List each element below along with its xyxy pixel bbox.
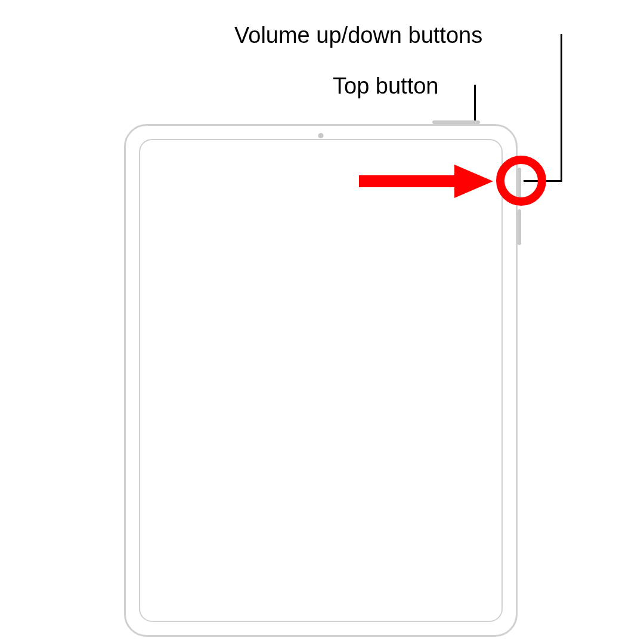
arrow-icon xyxy=(353,157,496,205)
highlight-circle xyxy=(496,156,546,206)
volume-leader-vertical xyxy=(561,34,562,182)
svg-rect-0 xyxy=(359,175,457,187)
top-button-label: Top button xyxy=(333,73,438,99)
camera-icon xyxy=(318,133,324,138)
volume-buttons-label: Volume up/down buttons xyxy=(234,23,482,48)
ipad-screen xyxy=(139,139,503,622)
top-button-leader-line xyxy=(474,85,476,120)
top-button-icon xyxy=(432,120,480,124)
volume-down-button-icon xyxy=(518,209,521,245)
